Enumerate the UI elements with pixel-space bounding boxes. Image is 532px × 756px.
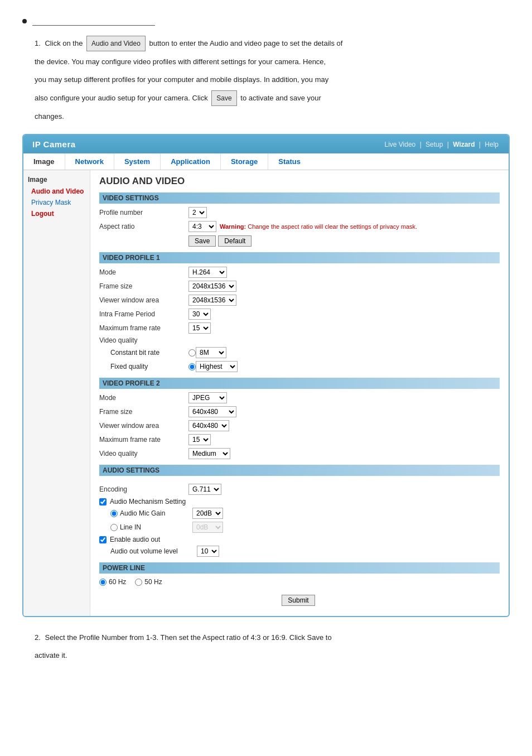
viewer-window2-select[interactable]: 640x480320x240 [188,420,229,431]
section-heading: AUDIO AND VIDEO [99,176,500,187]
nav-setup[interactable]: Setup [425,141,443,148]
frame-size2-row: Frame size 2048x15361280x720640x480 [99,406,500,417]
mode2-select[interactable]: H.264JPEGMPEG4 [188,392,227,403]
encoding-row: Encoding G.711G.726AAC [99,484,500,495]
audio-settings-bar: AUDIO SETTINGS [99,465,500,476]
audio-out-volume-select[interactable]: 125101520 [197,546,219,557]
audio-mechanism-row: Audio Mechanism Setting [99,498,500,505]
frame-size-select[interactable]: 2048x1536 1920x1080 1280x720 640x480 [188,281,236,292]
encoding-label: Encoding [99,485,188,493]
max-frame-rate2-row: Maximum frame rate 151015202530 [99,434,500,445]
intra-frame-select[interactable]: 151015202530 [188,309,211,320]
mode2-label: Mode [99,394,188,402]
step1-para1: 1. Click on the Audio and Video button t… [35,36,510,51]
bullet-underline [32,17,155,26]
nav-live-video[interactable]: Live Video [384,141,415,148]
main-content: AUDIO AND VIDEO VIDEO SETTINGS Profile n… [90,170,509,616]
submit-row: Submit [99,595,500,606]
frame-size-row: Frame size 2048x1536 1920x1080 1280x720 … [99,281,500,292]
video-settings-bar: VIDEO SETTINGS [99,192,500,204]
panel-body: Image Audio and Video Privacy Mask Logou… [23,170,509,616]
hz-50-item: 50 Hz [135,578,162,586]
constant-bit-rate-select[interactable]: 512K1M2M4M8M12M [196,347,226,358]
sidebar-item-privacy-mask[interactable]: Privacy Mask [23,197,90,208]
nav-wizard[interactable]: Wizard [453,141,475,148]
max-frame-rate2-select[interactable]: 151015202530 [188,434,211,445]
hz-50-radio[interactable] [135,579,142,586]
nav-tabs: Image Network System Application Storage… [23,153,509,170]
camera-panel: IP Camera Live Video | Setup | Wizard | … [22,134,510,617]
enable-audio-out-checkbox[interactable] [99,536,107,543]
sidebar: Image Audio and Video Privacy Mask Logou… [23,170,90,616]
tab-storage[interactable]: Storage [221,153,268,170]
sidebar-item-logout[interactable]: Logout [23,208,90,219]
frame-size2-select[interactable]: 2048x15361280x720640x480 [188,406,236,417]
max-frame-rate2-label: Maximum frame rate [99,436,188,444]
sidebar-section-image: Image [23,174,90,186]
hz-50-label: 50 Hz [144,578,162,586]
audio-mic-gain-radio[interactable] [110,510,118,517]
mode-label: Mode [99,268,188,276]
hz-60-radio[interactable] [99,579,107,586]
tab-network[interactable]: Network [65,153,114,170]
intra-frame-row: Intra Frame Period 151015202530 [99,309,500,320]
profile-number-select[interactable]: 1 2 3 [188,207,207,218]
hz-60-item: 60 Hz [99,578,126,586]
nav-sep2: | [447,141,449,148]
sidebar-item-audio-video[interactable]: Audio and Video [23,186,90,197]
max-frame-rate-select[interactable]: 151015202530 [188,322,211,334]
frame-size2-label: Frame size [99,408,188,416]
audio-mic-gain-row: Audio Mic Gain 0dB10dB20dB30dB [110,508,500,519]
video-quality2-select[interactable]: LowMediumStandardGoodHighest [188,448,230,459]
video-quality2-row: Video quality LowMediumStandardGoodHighe… [99,448,500,459]
step1-para4: also configure your audio setup for your… [35,90,510,106]
warning-label: Warning: [220,223,246,230]
panel-title: IP Camera [32,139,76,149]
fixed-quality-select[interactable]: LowMediumStandardGoodHighest [196,361,238,372]
audio-mic-gain-select[interactable]: 0dB10dB20dB30dB [192,508,223,519]
nav-help[interactable]: Help [485,141,499,148]
hz-60-label: 60 Hz [109,578,126,586]
mode-select[interactable]: H.264 JPEG MPEG4 [188,267,227,278]
audio-out-volume-row: Audio out volume level 125101520 [110,546,500,557]
step2-para1: 2. Select the Profile Number from 1-3. T… [35,630,510,645]
profile-number-row: Profile number 1 2 3 [99,207,500,218]
video-profile2-bar: VIDEO PROFILE 2 [99,378,500,389]
enable-audio-out-row: Enable audio out [99,536,500,543]
tab-application[interactable]: Application [161,153,221,170]
step1-para5: changes. [35,109,510,124]
constant-bit-rate-label: Constant bit rate [110,349,188,357]
nav-sep3: | [479,141,481,148]
fixed-quality-row: Fixed quality LowMediumStandardGoodHighe… [99,361,500,372]
line-in-radio[interactable] [110,524,118,531]
aspect-ratio-select[interactable]: 4:3 16:9 [188,221,216,232]
mode2-row: Mode H.264JPEGMPEG4 [99,392,500,403]
submit-button[interactable]: Submit [282,595,315,606]
aspect-ratio-row: Aspect ratio 4:3 16:9 Warning: Change th… [99,221,500,232]
tab-system[interactable]: System [114,153,161,170]
constant-bit-rate-radio[interactable] [188,349,196,357]
audio-mechanism-checkbox[interactable] [99,498,107,505]
tab-image[interactable]: Image [23,153,65,170]
power-line-bar: POWER LINE [99,562,500,574]
tab-status[interactable]: Status [268,153,311,170]
default-button[interactable]: Default [218,235,252,247]
max-frame-rate-label: Maximum frame rate [99,324,188,332]
save-button[interactable]: Save [188,235,216,247]
video-quality2-label: Video quality [99,450,188,458]
encoding-select[interactable]: G.711G.726AAC [188,484,221,495]
profile-number-label: Profile number [99,209,188,216]
viewer-window-select[interactable]: 2048x1536 1920x1080 1280x720 640x480 [188,295,236,306]
fixed-quality-radio[interactable] [188,363,196,370]
panel-nav: Live Video | Setup | Wizard | Help [383,141,500,148]
bullet-icon [22,19,27,23]
constant-bit-rate-row: Constant bit rate 512K1M2M4M8M12M [99,347,500,358]
step1-para3: you may setup different profiles for you… [35,73,510,87]
step1-block: 1. Click on the Audio and Video button t… [22,36,510,124]
viewer-window-label: Viewer window area [99,296,188,304]
viewer-window2-label: Viewer window area [99,422,188,430]
bullet-section [22,17,510,26]
line-in-select[interactable]: 0dB10dB20dB [192,522,223,533]
panel-header: IP Camera Live Video | Setup | Wizard | … [23,135,509,153]
mode-row: Mode H.264 JPEG MPEG4 [99,267,500,278]
